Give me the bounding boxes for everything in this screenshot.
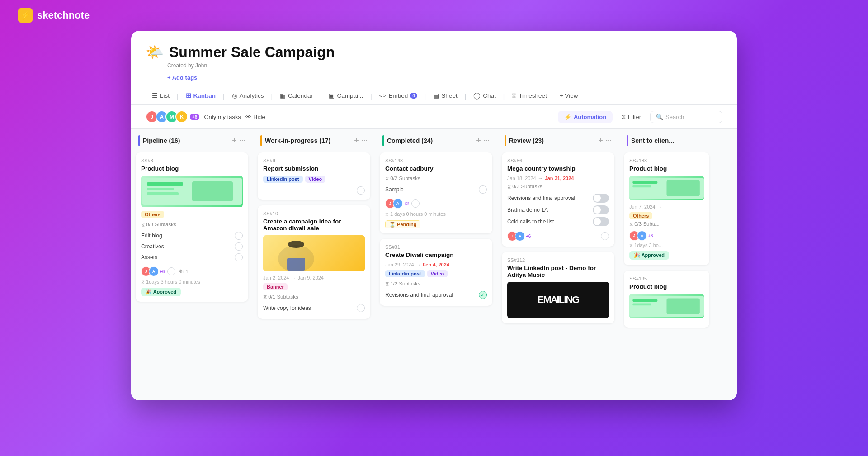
automation-button[interactable]: ⚡ Automation <box>558 111 613 123</box>
task-check-ss9[interactable] <box>357 186 365 195</box>
add-tags-button[interactable]: + Add tags <box>167 74 197 81</box>
task-check-revisions[interactable]: ✓ <box>479 291 487 299</box>
calendar-icon: ▦ <box>280 92 286 99</box>
tab-analytics[interactable]: ◎ Analytics <box>226 87 270 104</box>
search-icon: 🔍 <box>656 114 663 120</box>
card-ss188[interactable]: SS#188 Product blog Jun 7, 2024 → Others <box>624 152 709 265</box>
task-check-main[interactable] <box>167 267 175 276</box>
task-check-ss143[interactable] <box>411 200 420 208</box>
tab-timesheet[interactable]: ⧖ Timesheet <box>505 87 553 104</box>
col-add-review[interactable]: + <box>598 136 603 146</box>
app-name: sketchnote <box>37 10 90 21</box>
created-by: Created by John <box>167 62 722 69</box>
approved-badge-ss188: 🎉 Approved <box>629 251 669 260</box>
card-ss31[interactable]: SS#31 Create Diwali campaign Jan 29, 202… <box>380 239 492 306</box>
tab-list[interactable]: ☰ List <box>146 87 176 104</box>
col-header-sent: Sent to clien... <box>619 129 714 150</box>
task-check-ss56[interactable] <box>601 232 609 240</box>
avatar: K <box>175 110 188 123</box>
project-title: Summer Sale Campaign <box>169 44 335 61</box>
svg-rect-15 <box>632 303 651 305</box>
analytics-icon: ◎ <box>232 92 237 99</box>
col-add-completed[interactable]: + <box>476 136 481 146</box>
col-border-sent <box>627 135 628 146</box>
card-ss56[interactable]: SS#56 Mega country township Jan 18, 2024… <box>502 152 614 247</box>
card-ss195[interactable]: SS#195 Product blog <box>624 271 709 328</box>
subtasks-ss3: ⧖ 0/3 Subtasks <box>141 222 243 228</box>
logo-icon: ⚡ <box>18 8 33 23</box>
toggle-revisions[interactable] <box>593 194 609 203</box>
project-emoji: 🌤️ <box>146 43 164 61</box>
automation-icon: ⚡ <box>564 114 571 120</box>
kanban-icon: ⊞ <box>186 92 191 99</box>
column-pipeline: Pipeline (16) + ··· SS#3 Product blog <box>131 129 253 400</box>
tab-campaign[interactable]: ▣ Campai... <box>322 87 369 104</box>
tab-kanban[interactable]: ⊞ Kanban <box>179 87 222 104</box>
col-header-completed: Completed (24) + ··· <box>375 129 497 150</box>
card-ss10[interactable]: SS#10 Create a campaign idea for Amazon … <box>258 205 370 319</box>
svg-point-8 <box>288 241 304 248</box>
toolbar-right: ⚡ Automation ⧖ Filter 🔍 Search <box>558 110 722 123</box>
card-ss143[interactable]: SS#143 Contact cadbury ⧖ 0/2 Subtasks Sa… <box>380 152 492 233</box>
svg-rect-10 <box>632 181 657 184</box>
tab-calendar[interactable]: ▦ Calendar <box>274 87 319 104</box>
tab-view[interactable]: + View <box>553 88 585 104</box>
hide-icon: 👁 <box>245 114 251 120</box>
filter-button[interactable]: ⧖ Filter <box>617 110 646 123</box>
task-check-assets[interactable] <box>235 253 243 261</box>
col-border-review <box>505 135 506 146</box>
task-sample: Sample <box>385 184 487 195</box>
svg-rect-1 <box>147 182 183 186</box>
svg-rect-2 <box>147 188 174 190</box>
avatar-count: +6 <box>190 114 199 120</box>
main-card: 🌤️ Summer Sale Campaign Created by John … <box>131 31 737 400</box>
col-more-completed[interactable]: ··· <box>484 137 490 145</box>
card-ss9[interactable]: SS#9 Report submission Linkedin post Vid… <box>258 152 370 200</box>
card-avatars-ss3: J A +6 <box>141 266 165 276</box>
tab-embed[interactable]: <> Embed 4 <box>373 88 424 104</box>
col-border-wip <box>260 135 262 146</box>
embed-badge: 4 <box>410 93 417 99</box>
col-add-wip[interactable]: + <box>354 136 359 146</box>
task-check-edit-blog[interactable] <box>235 232 243 240</box>
tab-chat[interactable]: ◯ Chat <box>467 87 502 104</box>
card-ss112[interactable]: SS#112 Write LinkedIn post - Demo for Ad… <box>502 252 614 323</box>
tab-sheet[interactable]: ▤ Sheet <box>427 87 463 104</box>
card-image-ss188 <box>629 176 704 200</box>
card-tags-ss10: Banner <box>263 283 365 290</box>
card-tags-ss9: Linkedin post Video <box>263 176 365 183</box>
task-check-sample[interactable] <box>479 185 487 194</box>
col-more-wip[interactable]: ··· <box>362 137 368 145</box>
col-header-wip: Work-in-progress (17) + ··· <box>253 129 375 150</box>
column-sent: Sent to clien... SS#188 Product blog Jun… <box>619 129 714 400</box>
embed-icon: <> <box>379 92 387 99</box>
task-assets: Assets <box>141 252 243 263</box>
card-ss3[interactable]: SS#3 Product blog Others ⧖ 0/3 Subtasks <box>136 152 248 302</box>
task-creatives: Creatives <box>141 241 243 252</box>
card-image-ss195 <box>629 294 704 318</box>
task-check-write-copy[interactable] <box>357 304 365 312</box>
list-icon: ☰ <box>152 92 158 99</box>
task-write-copy: Write copy for ideas <box>263 303 365 314</box>
card-image-ss3 <box>141 176 243 207</box>
hide-button[interactable]: 👁 Hide <box>245 114 265 120</box>
search-box[interactable]: 🔍 Search <box>650 111 722 123</box>
col-more-review[interactable]: ··· <box>606 137 612 145</box>
col-more-pipeline[interactable]: ··· <box>240 137 245 145</box>
svg-rect-12 <box>667 180 700 196</box>
card-tags-ss31: Linkedin post Video <box>385 270 487 277</box>
col-add-pipeline[interactable]: + <box>232 136 237 146</box>
toggle-cold-calls[interactable] <box>593 217 609 226</box>
col-border-completed <box>382 135 384 146</box>
task-check-creatives[interactable] <box>235 242 243 251</box>
subtasks-ss10: ⧖ 0/1 Subtasks <box>263 294 365 300</box>
toggle-bratma[interactable] <box>593 205 609 214</box>
only-my-tasks-button[interactable]: Only my tasks <box>204 114 241 120</box>
approved-badge-ss3: 🎉 Approved <box>141 288 181 296</box>
tabs-bar: ☰ List | ⊞ Kanban | ◎ Analytics | ▦ Cale… <box>131 87 737 105</box>
campaign-icon: ▣ <box>329 92 335 99</box>
card-avatar: A <box>149 266 159 276</box>
col-border-pipeline <box>138 135 140 146</box>
card-footer-ss143: J A +2 <box>385 199 487 209</box>
filter-icon: ⧖ <box>622 113 626 120</box>
